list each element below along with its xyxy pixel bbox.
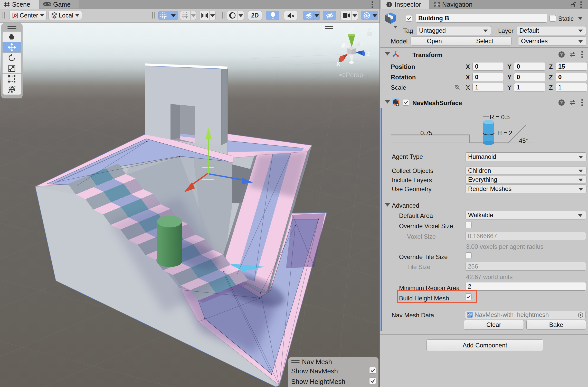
svg-text:45°: 45° [519, 137, 528, 144]
svg-text:H = 2: H = 2 [497, 130, 512, 136]
svg-text:?: ? [560, 100, 563, 105]
svg-text:0.75: 0.75 [420, 130, 432, 136]
svg-text:x: x [336, 60, 340, 67]
svg-text:R = 0.5: R = 0.5 [490, 114, 510, 121]
svg-text:?: ? [560, 52, 563, 57]
svg-text:y: y [350, 25, 354, 32]
svg-text:Y: Y [163, 15, 166, 19]
svg-text:z: z [367, 50, 370, 58]
